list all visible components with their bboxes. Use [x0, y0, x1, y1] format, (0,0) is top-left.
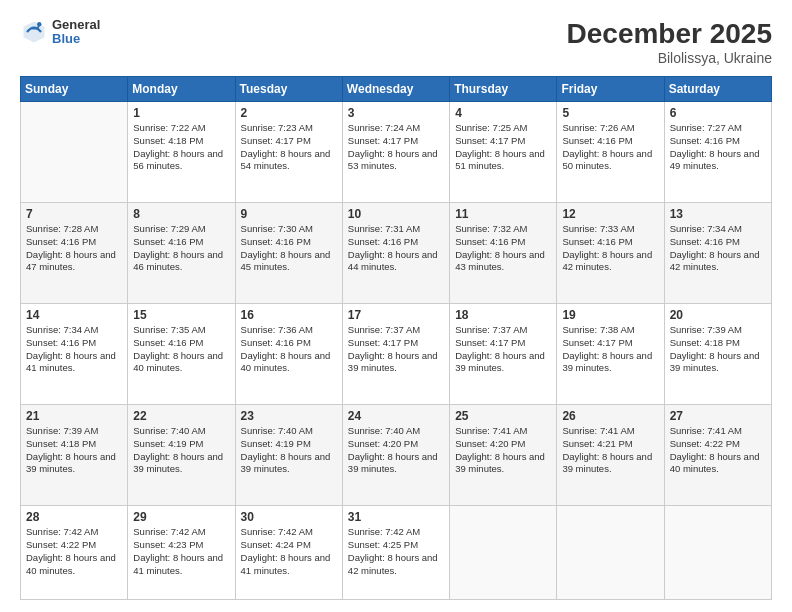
calendar-week-row: 7 Sunrise: 7:28 AMSunset: 4:16 PMDayligh…	[21, 203, 772, 304]
table-row: 25 Sunrise: 7:41 AMSunset: 4:20 PMDaylig…	[450, 405, 557, 506]
logo-text: General Blue	[52, 18, 100, 47]
cell-info: Sunrise: 7:36 AMSunset: 4:16 PMDaylight:…	[241, 324, 331, 373]
day-number: 8	[133, 207, 229, 221]
col-thursday: Thursday	[450, 77, 557, 102]
cell-info: Sunrise: 7:31 AMSunset: 4:16 PMDaylight:…	[348, 223, 438, 272]
table-row: 19 Sunrise: 7:38 AMSunset: 4:17 PMDaylig…	[557, 304, 664, 405]
logo-general: General	[52, 18, 100, 32]
day-number: 5	[562, 106, 658, 120]
table-row: 7 Sunrise: 7:28 AMSunset: 4:16 PMDayligh…	[21, 203, 128, 304]
table-row: 31 Sunrise: 7:42 AMSunset: 4:25 PMDaylig…	[342, 506, 449, 600]
logo-blue: Blue	[52, 32, 100, 46]
table-row: 8 Sunrise: 7:29 AMSunset: 4:16 PMDayligh…	[128, 203, 235, 304]
cell-info: Sunrise: 7:42 AMSunset: 4:24 PMDaylight:…	[241, 526, 331, 575]
cell-info: Sunrise: 7:41 AMSunset: 4:20 PMDaylight:…	[455, 425, 545, 474]
day-number: 21	[26, 409, 122, 423]
day-number: 3	[348, 106, 444, 120]
day-number: 11	[455, 207, 551, 221]
table-row: 28 Sunrise: 7:42 AMSunset: 4:22 PMDaylig…	[21, 506, 128, 600]
cell-info: Sunrise: 7:40 AMSunset: 4:20 PMDaylight:…	[348, 425, 438, 474]
cell-info: Sunrise: 7:22 AMSunset: 4:18 PMDaylight:…	[133, 122, 223, 171]
table-row	[557, 506, 664, 600]
cell-info: Sunrise: 7:27 AMSunset: 4:16 PMDaylight:…	[670, 122, 760, 171]
day-number: 6	[670, 106, 766, 120]
table-row: 3 Sunrise: 7:24 AMSunset: 4:17 PMDayligh…	[342, 102, 449, 203]
calendar-week-row: 14 Sunrise: 7:34 AMSunset: 4:16 PMDaylig…	[21, 304, 772, 405]
cell-info: Sunrise: 7:42 AMSunset: 4:22 PMDaylight:…	[26, 526, 116, 575]
cell-info: Sunrise: 7:39 AMSunset: 4:18 PMDaylight:…	[26, 425, 116, 474]
cell-info: Sunrise: 7:24 AMSunset: 4:17 PMDaylight:…	[348, 122, 438, 171]
day-number: 20	[670, 308, 766, 322]
logo: General Blue	[20, 18, 100, 47]
calendar-week-row: 1 Sunrise: 7:22 AMSunset: 4:18 PMDayligh…	[21, 102, 772, 203]
table-row: 15 Sunrise: 7:35 AMSunset: 4:16 PMDaylig…	[128, 304, 235, 405]
cell-info: Sunrise: 7:41 AMSunset: 4:22 PMDaylight:…	[670, 425, 760, 474]
table-row: 27 Sunrise: 7:41 AMSunset: 4:22 PMDaylig…	[664, 405, 771, 506]
day-number: 23	[241, 409, 337, 423]
table-row: 24 Sunrise: 7:40 AMSunset: 4:20 PMDaylig…	[342, 405, 449, 506]
cell-info: Sunrise: 7:42 AMSunset: 4:25 PMDaylight:…	[348, 526, 438, 575]
day-number: 22	[133, 409, 229, 423]
table-row: 11 Sunrise: 7:32 AMSunset: 4:16 PMDaylig…	[450, 203, 557, 304]
table-row: 1 Sunrise: 7:22 AMSunset: 4:18 PMDayligh…	[128, 102, 235, 203]
table-row: 2 Sunrise: 7:23 AMSunset: 4:17 PMDayligh…	[235, 102, 342, 203]
calendar-header-row: Sunday Monday Tuesday Wednesday Thursday…	[21, 77, 772, 102]
table-row	[21, 102, 128, 203]
cell-info: Sunrise: 7:40 AMSunset: 4:19 PMDaylight:…	[241, 425, 331, 474]
header: General Blue December 2025 Bilolissya, U…	[20, 18, 772, 66]
calendar-week-row: 21 Sunrise: 7:39 AMSunset: 4:18 PMDaylig…	[21, 405, 772, 506]
day-number: 28	[26, 510, 122, 524]
table-row: 6 Sunrise: 7:27 AMSunset: 4:16 PMDayligh…	[664, 102, 771, 203]
table-row: 23 Sunrise: 7:40 AMSunset: 4:19 PMDaylig…	[235, 405, 342, 506]
table-row: 5 Sunrise: 7:26 AMSunset: 4:16 PMDayligh…	[557, 102, 664, 203]
cell-info: Sunrise: 7:42 AMSunset: 4:23 PMDaylight:…	[133, 526, 223, 575]
calendar-week-row: 28 Sunrise: 7:42 AMSunset: 4:22 PMDaylig…	[21, 506, 772, 600]
table-row: 9 Sunrise: 7:30 AMSunset: 4:16 PMDayligh…	[235, 203, 342, 304]
cell-info: Sunrise: 7:41 AMSunset: 4:21 PMDaylight:…	[562, 425, 652, 474]
table-row: 16 Sunrise: 7:36 AMSunset: 4:16 PMDaylig…	[235, 304, 342, 405]
cell-info: Sunrise: 7:37 AMSunset: 4:17 PMDaylight:…	[348, 324, 438, 373]
table-row: 20 Sunrise: 7:39 AMSunset: 4:18 PMDaylig…	[664, 304, 771, 405]
day-number: 15	[133, 308, 229, 322]
day-number: 27	[670, 409, 766, 423]
table-row: 22 Sunrise: 7:40 AMSunset: 4:19 PMDaylig…	[128, 405, 235, 506]
table-row: 10 Sunrise: 7:31 AMSunset: 4:16 PMDaylig…	[342, 203, 449, 304]
svg-point-1	[37, 22, 41, 26]
day-number: 14	[26, 308, 122, 322]
location-subtitle: Bilolissya, Ukraine	[567, 50, 772, 66]
table-row: 26 Sunrise: 7:41 AMSunset: 4:21 PMDaylig…	[557, 405, 664, 506]
cell-info: Sunrise: 7:38 AMSunset: 4:17 PMDaylight:…	[562, 324, 652, 373]
day-number: 7	[26, 207, 122, 221]
cell-info: Sunrise: 7:34 AMSunset: 4:16 PMDaylight:…	[670, 223, 760, 272]
month-title: December 2025	[567, 18, 772, 50]
col-tuesday: Tuesday	[235, 77, 342, 102]
day-number: 18	[455, 308, 551, 322]
table-row: 21 Sunrise: 7:39 AMSunset: 4:18 PMDaylig…	[21, 405, 128, 506]
day-number: 13	[670, 207, 766, 221]
cell-info: Sunrise: 7:34 AMSunset: 4:16 PMDaylight:…	[26, 324, 116, 373]
table-row: 4 Sunrise: 7:25 AMSunset: 4:17 PMDayligh…	[450, 102, 557, 203]
cell-info: Sunrise: 7:40 AMSunset: 4:19 PMDaylight:…	[133, 425, 223, 474]
day-number: 31	[348, 510, 444, 524]
table-row: 12 Sunrise: 7:33 AMSunset: 4:16 PMDaylig…	[557, 203, 664, 304]
logo-icon	[20, 18, 48, 46]
day-number: 29	[133, 510, 229, 524]
col-friday: Friday	[557, 77, 664, 102]
cell-info: Sunrise: 7:23 AMSunset: 4:17 PMDaylight:…	[241, 122, 331, 171]
table-row: 30 Sunrise: 7:42 AMSunset: 4:24 PMDaylig…	[235, 506, 342, 600]
cell-info: Sunrise: 7:39 AMSunset: 4:18 PMDaylight:…	[670, 324, 760, 373]
cell-info: Sunrise: 7:32 AMSunset: 4:16 PMDaylight:…	[455, 223, 545, 272]
calendar-table: Sunday Monday Tuesday Wednesday Thursday…	[20, 76, 772, 600]
day-number: 24	[348, 409, 444, 423]
day-number: 2	[241, 106, 337, 120]
col-monday: Monday	[128, 77, 235, 102]
col-wednesday: Wednesday	[342, 77, 449, 102]
day-number: 26	[562, 409, 658, 423]
table-row: 13 Sunrise: 7:34 AMSunset: 4:16 PMDaylig…	[664, 203, 771, 304]
day-number: 9	[241, 207, 337, 221]
cell-info: Sunrise: 7:37 AMSunset: 4:17 PMDaylight:…	[455, 324, 545, 373]
cell-info: Sunrise: 7:25 AMSunset: 4:17 PMDaylight:…	[455, 122, 545, 171]
day-number: 4	[455, 106, 551, 120]
day-number: 1	[133, 106, 229, 120]
day-number: 10	[348, 207, 444, 221]
